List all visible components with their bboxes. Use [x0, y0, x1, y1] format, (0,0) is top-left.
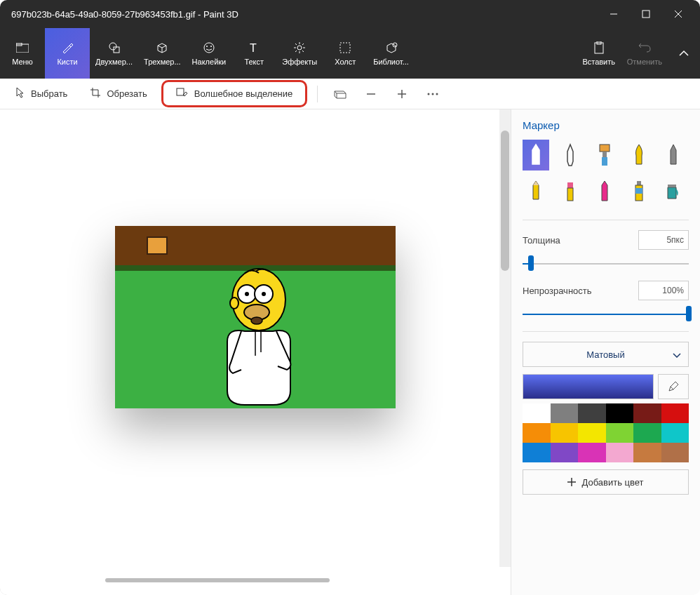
brushes-tab[interactable]: Кисти: [45, 28, 90, 79]
canvas-image[interactable]: [115, 226, 396, 408]
color-swatch[interactable]: [633, 423, 661, 443]
library-icon: [384, 41, 398, 55]
add-color-button[interactable]: Добавить цвет: [523, 469, 689, 495]
brush-crayon[interactable]: [591, 176, 618, 207]
color-swatch[interactable]: [523, 403, 551, 423]
color-swatch[interactable]: [551, 403, 579, 423]
color-swatch[interactable]: [523, 443, 551, 462]
effects-tab[interactable]: Эффекты: [276, 28, 323, 79]
color-swatch[interactable]: [606, 443, 634, 462]
text-tab[interactable]: T Текст: [231, 28, 276, 79]
brush-spray[interactable]: [626, 176, 652, 207]
text-label: Текст: [244, 58, 264, 66]
clipboard-icon: [592, 41, 606, 55]
magic-select-icon: [176, 88, 189, 100]
brush-watercolor[interactable]: [626, 140, 652, 171]
color-swatch[interactable]: [606, 423, 634, 443]
3d-view-button[interactable]: [328, 81, 353, 107]
zoom-in-button[interactable]: [389, 81, 415, 107]
minimize-button[interactable]: [598, 0, 630, 28]
color-swatch[interactable]: [551, 443, 579, 462]
brush-pencil[interactable]: [523, 176, 549, 207]
undo-button[interactable]: Отменить: [621, 28, 668, 79]
divider: [523, 220, 689, 220]
magic-select-label: Волшебное выделение: [194, 88, 293, 99]
library-tab[interactable]: Библиот...: [368, 28, 415, 79]
svg-rect-21: [340, 43, 350, 53]
brush-eraser[interactable]: [557, 176, 584, 207]
opacity-slider[interactable]: [523, 307, 689, 320]
svg-rect-47: [635, 188, 642, 194]
brush-icon: [60, 41, 74, 55]
close-button[interactable]: [662, 0, 694, 28]
brush-calligraphy[interactable]: [557, 140, 584, 171]
eyedropper-button[interactable]: [658, 374, 689, 399]
stickers-tab[interactable]: Наклейки: [187, 28, 232, 79]
menu-button[interactable]: Меню: [0, 28, 45, 79]
2d-shapes-tab[interactable]: Двухмер...: [90, 28, 138, 79]
brush-grid: [523, 140, 689, 207]
window-title: 697b023b-64a5-49a0-8059-27b963453fb1.gif…: [6, 9, 598, 20]
svg-point-30: [432, 93, 434, 95]
color-swatch[interactable]: [661, 443, 689, 462]
select-button[interactable]: Выбрать: [7, 83, 76, 105]
color-swatch[interactable]: [661, 423, 689, 443]
panel-title: Маркер: [523, 119, 689, 131]
color-swatch[interactable]: [633, 443, 661, 462]
vertical-scrollbar[interactable]: [499, 109, 511, 567]
color-swatch[interactable]: [606, 403, 634, 423]
color-swatch[interactable]: [551, 423, 579, 443]
current-color-preview[interactable]: [523, 374, 654, 399]
brush-pixel[interactable]: [660, 140, 687, 171]
svg-rect-44: [567, 188, 573, 201]
color-swatch[interactable]: [578, 423, 606, 443]
cartoon-character: [206, 265, 318, 408]
3d-shapes-tab[interactable]: Трехмер...: [138, 28, 187, 79]
color-swatch[interactable]: [661, 403, 689, 423]
brush-oil[interactable]: [591, 140, 618, 171]
zoom-out-button[interactable]: [358, 81, 384, 107]
canvas-area[interactable]: [0, 109, 511, 595]
crop-button[interactable]: Обрезать: [81, 83, 155, 105]
opacity-input[interactable]: [638, 281, 689, 300]
thickness-label: Толщина: [523, 235, 560, 246]
brushes-label: Кисти: [57, 58, 77, 66]
svg-point-9: [206, 46, 208, 47]
brush-marker[interactable]: [523, 140, 549, 171]
color-swatch[interactable]: [633, 403, 661, 423]
crop-label: Обрезать: [107, 88, 147, 99]
thickness-slider[interactable]: [523, 257, 689, 269]
ribbon-expand[interactable]: [668, 28, 700, 79]
side-panel: Маркер Толщина Непрозрачность: [511, 109, 700, 595]
svg-rect-42: [602, 157, 607, 166]
svg-point-39: [230, 298, 238, 309]
color-swatch[interactable]: [523, 423, 551, 443]
paste-button[interactable]: Вставить: [577, 28, 621, 79]
titlebar: 697b023b-64a5-49a0-8059-27b963453fb1.gif…: [0, 0, 700, 28]
maximize-button[interactable]: [630, 0, 662, 28]
thickness-input[interactable]: [638, 230, 689, 250]
folder-icon: [15, 41, 29, 55]
color-swatch[interactable]: [578, 443, 606, 462]
svg-line-17: [295, 44, 297, 45]
horizontal-scrollbar[interactable]: [105, 578, 330, 582]
svg-rect-40: [600, 145, 610, 152]
svg-rect-43: [567, 182, 573, 188]
svg-rect-1: [642, 11, 649, 18]
paste-label: Вставить: [582, 58, 615, 66]
svg-rect-25: [177, 88, 184, 95]
svg-point-12: [297, 46, 302, 50]
shapes-2d-icon: [107, 41, 121, 55]
add-color-label: Добавить цвет: [581, 477, 643, 488]
material-select[interactable]: Матовый: [523, 342, 689, 367]
canvas-tab[interactable]: Холст: [323, 28, 368, 79]
svg-point-6: [109, 43, 116, 50]
more-button[interactable]: [420, 81, 445, 107]
brush-fill[interactable]: [660, 176, 687, 207]
ribbon: Меню Кисти Двухмер... Трехмер... Наклейк…: [0, 28, 700, 79]
chevron-down-icon: [673, 349, 681, 360]
magic-select-button[interactable]: Волшебное выделение: [161, 80, 308, 107]
color-swatch[interactable]: [578, 403, 606, 423]
color-swatch-grid: [523, 403, 689, 462]
svg-line-19: [302, 44, 304, 45]
